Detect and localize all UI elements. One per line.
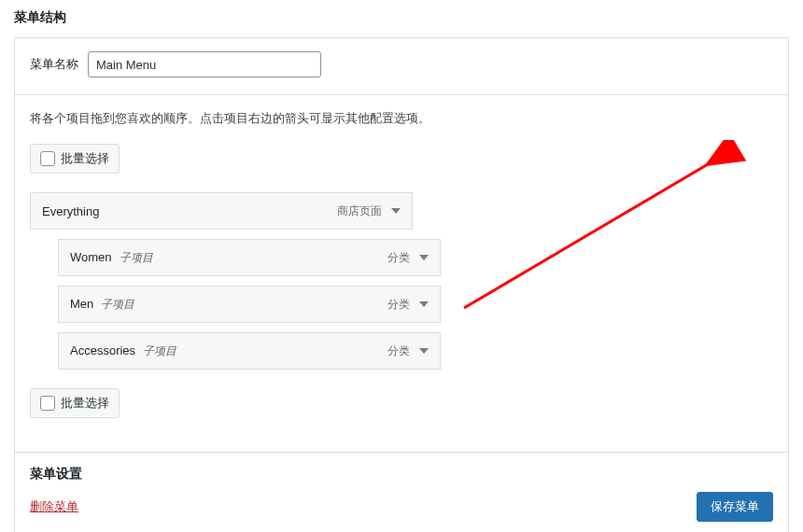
menu-item-subtag: 子项目 [120,250,153,266]
chevron-down-icon[interactable] [419,348,429,354]
save-menu-button[interactable]: 保存菜单 [697,492,773,522]
menu-item-accessories[interactable]: Accessories 子项目 分类 [58,332,441,370]
menu-items-list: Everything 商店页面 Women 子项目 分类 [30,192,773,370]
menu-item-subtag: 子项目 [143,343,176,359]
menu-item-type: 分类 [387,343,410,359]
menu-panel: 菜单名称 将各个项目拖到您喜欢的顺序。点击项目右边的箭头可显示其他配置选项。 批… [14,37,789,532]
menu-item-title: Accessories [70,343,135,357]
menu-item-type: 商店页面 [337,203,382,219]
menu-item-title: Men [70,297,93,311]
chevron-down-icon[interactable] [419,255,429,260]
bulk-select-top: 批量选择 [30,144,773,174]
menu-settings-section: 菜单设置 删除菜单 保存菜单 [15,452,788,532]
menu-item-everything[interactable]: Everything 商店页面 [30,192,413,230]
bulk-select-button[interactable]: 批量选择 [30,388,120,418]
menu-item-subtag: 子项目 [101,297,134,313]
chevron-down-icon[interactable] [391,208,401,214]
menu-item-title: Women [70,250,112,264]
drag-hint: 将各个项目拖到您喜欢的顺序。点击项目右边的箭头可显示其他配置选项。 [30,110,773,127]
bulk-select-button[interactable]: 批量选择 [30,144,120,174]
menu-name-label: 菜单名称 [30,56,78,73]
menu-item-women[interactable]: Women 子项目 分类 [58,239,441,276]
menu-name-input[interactable] [88,51,321,77]
menu-item-type: 分类 [387,297,410,313]
menu-item-men[interactable]: Men 子项目 分类 [58,286,441,323]
bulk-select-checkbox[interactable] [40,151,55,166]
bulk-select-bottom: 批量选择 [30,388,773,418]
delete-menu-link[interactable]: 删除菜单 [30,498,78,515]
page-title: 菜单结构 [14,9,789,26]
chevron-down-icon[interactable] [419,301,429,307]
menu-item-title: Everything [42,204,99,218]
bulk-select-label: 批量选择 [61,150,109,167]
menu-item-type: 分类 [387,250,410,266]
menu-settings-title: 菜单设置 [30,466,773,483]
panel-body: 将各个项目拖到您喜欢的顺序。点击项目右边的箭头可显示其他配置选项。 批量选择 E… [15,95,788,452]
bulk-select-checkbox[interactable] [40,396,55,411]
bulk-select-label: 批量选择 [61,395,109,412]
menu-name-row: 菜单名称 [15,38,788,95]
